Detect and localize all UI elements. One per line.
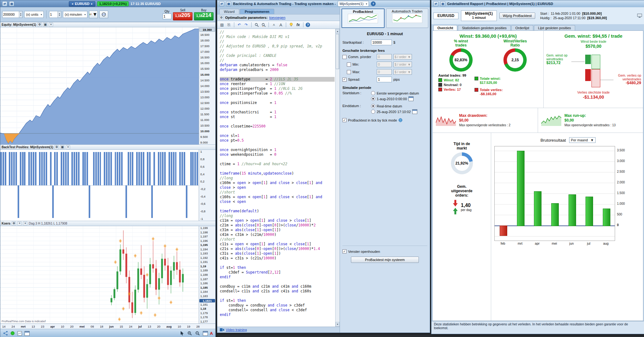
window-menu-icon[interactable]: ⇄: [2, 1, 7, 6]
code-line[interactable]: [220, 294, 335, 298]
positions-chart[interactable]: [0, 150, 199, 221]
search-icon[interactable]: [254, 22, 259, 28]
code-line[interactable]: //: [220, 39, 335, 44]
window-menu-icon[interactable]: ⇄: [219, 1, 224, 6]
code-line[interactable]: c11m = open > open[1] and close > close[…: [220, 218, 335, 223]
min-fee-input[interactable]: [377, 62, 392, 67]
code-line[interactable]: once pt=0.5: [220, 138, 335, 143]
min-fee-checkbox[interactable]: [347, 63, 351, 67]
scroll-down-icon[interactable]: ▼: [336, 322, 340, 327]
code-line[interactable]: condbuy = condbuy and close > c3def: [220, 303, 335, 308]
code-line[interactable]: if st=1 then: [220, 265, 335, 270]
code-line[interactable]: [220, 261, 335, 265]
max-fee-input[interactable]: [377, 69, 392, 75]
tab-wizard[interactable]: Wizard: [219, 9, 239, 14]
font-increase-icon[interactable]: A: [278, 22, 284, 28]
code-line[interactable]: [220, 129, 335, 133]
add-indicator-icon[interactable]: +: [17, 221, 22, 226]
code-line[interactable]: once st = 1: [220, 115, 335, 119]
code-line[interactable]: [220, 119, 335, 124]
buy-button[interactable]: 1,18214: [194, 12, 214, 20]
tab-programmeren[interactable]: Programmeren: [240, 9, 274, 14]
code-line[interactable]: endif: [220, 275, 335, 280]
spread-checkbox[interactable]: ✓: [342, 78, 347, 82]
report-tab[interactable]: Orderlijst: [511, 25, 533, 30]
code-line[interactable]: c31s = abs(close[1]-open[1]): [220, 251, 335, 256]
code-line[interactable]: condbuy = c11m and c21m and c41m and c16…: [220, 284, 335, 289]
code-line[interactable]: c41s = c31s > (c21s/10000): [220, 256, 335, 261]
code-line[interactable]: c21m = abs(close[0]-open[0])>(close/1000…: [220, 223, 335, 228]
close-icon[interactable]: ×: [66, 145, 70, 149]
interval-input[interactable]: [49, 13, 58, 16]
interval-stepper[interactable]: ▲▼: [58, 11, 61, 18]
calendar-icon[interactable]: [412, 109, 417, 114]
code-line[interactable]: [220, 166, 335, 171]
code-line[interactable]: c21s = abs(close[0]-open[0])>(close/1000…: [220, 247, 335, 251]
code-line[interactable]: defparam preloadbars = 2000: [220, 68, 335, 72]
zoom-out-icon[interactable]: [195, 330, 201, 336]
code-line[interactable]: //: [220, 30, 335, 35]
new-chart-icon[interactable]: [17, 330, 22, 336]
replace-icon[interactable]: [261, 22, 266, 28]
code-line[interactable]: // Adjusted to EURUSD , 0,9 pip spread, …: [220, 44, 335, 49]
code-line[interactable]: //long: [220, 214, 335, 218]
code-line[interactable]: // Main code : Makside DJI M1 v1: [220, 35, 335, 39]
calendar-icon[interactable]: [203, 331, 208, 336]
settings-icon[interactable]: ⚙: [37, 23, 42, 27]
close-icon[interactable]: ×: [23, 221, 27, 226]
gross-bar[interactable]: [586, 197, 593, 226]
next-symbol-icon[interactable]: ►: [91, 3, 93, 5]
order-qty-input[interactable]: [163, 14, 171, 18]
code-line[interactable]: c31m = abs(close[1]-open[1]): [220, 228, 335, 232]
code-line[interactable]: timeframe(default): [220, 209, 335, 214]
print-icon[interactable]: ⎘: [226, 22, 232, 28]
gross-bar[interactable]: [603, 209, 610, 226]
indicator-button[interactable]: [99, 11, 108, 18]
code-line[interactable]: once positionperfvalue = 0.05 //%: [220, 91, 335, 96]
window-menu-icon[interactable]: ⇄: [433, 1, 438, 6]
code-line[interactable]: once sl=1: [220, 133, 335, 138]
spread-input[interactable]: [377, 77, 392, 82]
font-decrease-icon[interactable]: A: [271, 22, 277, 28]
code-line[interactable]: [220, 280, 335, 284]
detach-icon[interactable]: ▣: [60, 145, 64, 149]
quantity-stepper[interactable]: ▲▼: [19, 11, 22, 18]
custom-start-radio[interactable]: [371, 97, 375, 101]
code-editor[interactable]: //// Main code : Makside DJI M1 v1//// A…: [217, 29, 335, 327]
code-line[interactable]: // Code principal : CANDLE: [220, 53, 335, 58]
max-fee-checkbox[interactable]: [347, 70, 351, 74]
scrollbar-thumb[interactable]: [336, 34, 339, 69]
code-line[interactable]: once positionperftype = 1 //0LG 1L 2G: [220, 86, 335, 91]
scroll-up-icon[interactable]: ▲: [336, 29, 340, 34]
detach-icon[interactable]: ▣: [43, 23, 47, 27]
gross-bar[interactable]: [517, 151, 525, 226]
code-line[interactable]: once tradetype = 2 //1LS 2L 3S: [220, 77, 335, 82]
commission-unit-dropdown[interactable]: $ / order▼: [393, 54, 412, 60]
code-line[interactable]: once closetime=225500: [220, 124, 335, 129]
first-date-radio[interactable]: [371, 91, 375, 95]
run-backtest-button[interactable]: ProBacktest mijn systeem: [351, 257, 419, 263]
code-line[interactable]: c160m = open > open[1] and close > close…: [220, 181, 335, 190]
units-dropdown[interactable]: (x) units ▼: [24, 11, 44, 18]
chart-type-button[interactable]: ▼: [89, 11, 98, 18]
code-line[interactable]: c3def = Supertrend[2,12]: [220, 270, 335, 275]
commission-input[interactable]: [377, 54, 392, 60]
price-chart[interactable]: ProRealTime.com Data is indicatief: [0, 226, 199, 323]
system-dropdown[interactable]: MijnSysteem(1) ▼: [338, 1, 369, 7]
calendar-icon[interactable]: [408, 96, 414, 101]
code-line[interactable]: once reenter = 1 //1ON: [220, 82, 335, 86]
tab-probacktest[interactable]: ProBacktest: [341, 8, 385, 28]
calendar-icon[interactable]: [25, 331, 30, 336]
settings-icon[interactable]: ⚙: [54, 145, 59, 149]
code-line[interactable]: //short: [220, 237, 335, 242]
code-line[interactable]: ctime = 1 //hour>=8 and hour<22: [220, 162, 335, 166]
code-line[interactable]: c160s = open < open[1] and close < close…: [220, 195, 335, 204]
function-icon[interactable]: fx: [295, 22, 301, 28]
lightbulb-icon[interactable]: [288, 22, 294, 28]
period-dropdown[interactable]: Per maand ▼: [569, 137, 596, 143]
add-parameter-link[interactable]: toevoegen: [269, 16, 285, 19]
code-line[interactable]: condsell= condsell and close < c3def: [220, 308, 335, 313]
close-icon[interactable]: ×: [49, 23, 53, 27]
report-tab[interactable]: Lijst gesloten posities: [534, 25, 575, 30]
max-fee-unit-dropdown[interactable]: $ / order▼: [393, 69, 412, 75]
